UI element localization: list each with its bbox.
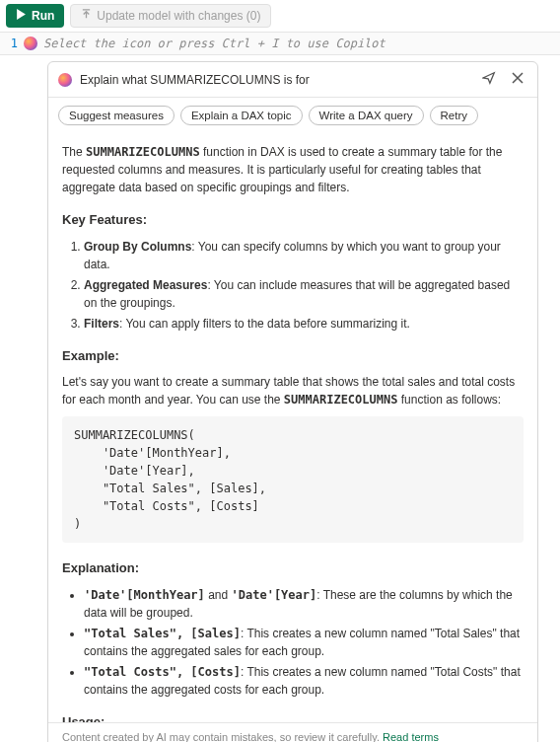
- example-intro: Let's say you want to create a summary t…: [62, 373, 524, 408]
- read-terms-link[interactable]: Read terms: [383, 731, 439, 742]
- chat-header: [48, 62, 537, 98]
- suggestion-chips: Suggest measures Explain a DAX topic Wri…: [48, 98, 537, 133]
- list-item: 'Date'[MonthYear] and 'Date'[Year]: Thes…: [84, 586, 524, 622]
- list-item: Aggregated Measures: You can include mea…: [84, 276, 524, 312]
- run-label: Run: [32, 9, 54, 23]
- close-button[interactable]: [508, 70, 527, 89]
- list-item: "Total Sales", [Sales]: This creates a n…: [84, 625, 524, 660]
- explanation-heading: Explanation:: [62, 558, 524, 578]
- list-item: "Total Costs", [Costs]: This creates a n…: [84, 663, 524, 699]
- chip-write-dax-query[interactable]: Write a DAX query: [309, 106, 424, 125]
- key-features-heading: Key Features:: [62, 210, 524, 230]
- line-number: 1: [8, 37, 18, 50]
- usage-heading: Usage:: [62, 712, 524, 723]
- play-icon: [16, 9, 27, 23]
- example-heading: Example:: [62, 346, 524, 366]
- intro-paragraph: The SUMMARIZECOLUMNS function in DAX is …: [62, 143, 524, 196]
- ai-disclaimer: Content created by AI may contain mistak…: [48, 722, 537, 742]
- list-item: Filters: You can apply filters to the da…: [84, 315, 524, 333]
- upload-icon: [81, 9, 92, 23]
- update-label: Update model with changes (0): [97, 9, 260, 23]
- chat-input[interactable]: [80, 73, 470, 87]
- copilot-icon: [58, 73, 72, 87]
- send-button[interactable]: [478, 69, 500, 90]
- toolbar: Run Update model with changes (0): [0, 0, 560, 32]
- chip-retry[interactable]: Retry: [430, 106, 478, 125]
- code-block[interactable]: SUMMARIZECOLUMNS( 'Date'[MonthYear], 'Da…: [62, 416, 524, 543]
- copilot-chat-panel: Suggest measures Explain a DAX topic Wri…: [47, 61, 538, 742]
- chip-explain-dax-topic[interactable]: Explain a DAX topic: [180, 106, 303, 125]
- run-button[interactable]: Run: [6, 4, 64, 28]
- explanation-list: 'Date'[MonthYear] and 'Date'[Year]: Thes…: [62, 586, 524, 699]
- update-model-button: Update model with changes (0): [70, 4, 271, 28]
- features-list: Group By Columns: You can specify column…: [62, 238, 524, 333]
- editor-row[interactable]: 1 Select the icon or press Ctrl + I to u…: [0, 32, 560, 55]
- chip-suggest-measures[interactable]: Suggest measures: [58, 106, 175, 125]
- list-item: Group By Columns: You can specify column…: [84, 238, 524, 273]
- response-content: The SUMMARIZECOLUMNS function in DAX is …: [48, 133, 537, 722]
- editor-placeholder: Select the icon or press Ctrl + I to use…: [43, 37, 385, 50]
- copilot-icon[interactable]: [24, 37, 37, 50]
